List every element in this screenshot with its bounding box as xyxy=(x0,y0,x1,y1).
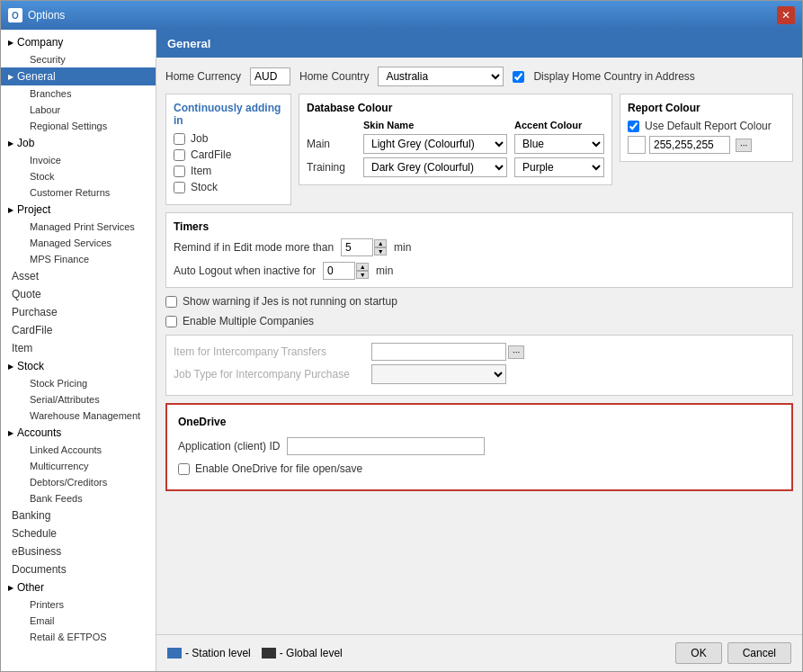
sidebar-item-bank-feeds[interactable]: Bank Feeds xyxy=(1,490,156,506)
warning-row: Show warning if Jes is not running on st… xyxy=(165,295,793,308)
main-accent-select[interactable]: Blue Purple Green xyxy=(514,134,604,154)
sidebar-item-managed-print[interactable]: Managed Print Services xyxy=(1,219,156,235)
sidebar-item-customer-returns[interactable]: Customer Returns xyxy=(1,184,156,201)
home-country-select[interactable]: Australia xyxy=(378,67,504,86)
cardfile-checkbox[interactable] xyxy=(174,149,185,161)
sidebar-item-managed-services[interactable]: Managed Services xyxy=(1,235,156,251)
intercompany-item-row: Item for Intercompany Transfers ··· xyxy=(174,343,785,361)
sidebar-item-labour[interactable]: Labour xyxy=(1,102,156,118)
sidebar-item-warehouse[interactable]: Warehouse Management xyxy=(1,408,156,424)
enable-onedrive-checkbox[interactable] xyxy=(178,463,190,475)
display-home-country-checkbox[interactable] xyxy=(513,71,524,83)
colour-preview xyxy=(628,136,646,154)
job-checkbox[interactable] xyxy=(174,133,185,145)
enable-companies-checkbox[interactable] xyxy=(165,316,177,327)
sidebar-item-purchase[interactable]: Purchase xyxy=(1,303,156,321)
ok-button[interactable]: OK xyxy=(675,642,721,664)
panel-header: General xyxy=(156,30,802,58)
sidebar-item-debtors[interactable]: Debtors/Creditors xyxy=(1,474,156,490)
use-default-colour-checkbox[interactable] xyxy=(628,121,639,132)
intercompany-item-input[interactable] xyxy=(371,343,506,361)
enable-onedrive-label: Enable OneDrive for file open/save xyxy=(195,462,362,475)
timers-title: Timers xyxy=(174,220,785,233)
stock-checkbox[interactable] xyxy=(174,182,185,193)
sidebar-item-stock-pricing[interactable]: Stock Pricing xyxy=(1,375,156,391)
sidebar-item-serial-attrs[interactable]: Serial/Attributes xyxy=(1,391,156,408)
project-label: Project xyxy=(17,203,50,216)
company-triangle: ▶ xyxy=(8,39,13,47)
accent-colour-header: Accent Colour xyxy=(514,120,604,130)
job-checkbox-row: Job xyxy=(174,132,283,145)
sidebar-item-ebusiness[interactable]: eBusiness xyxy=(1,542,156,560)
main-content: ▶ Company Security ▶ General Branches La… xyxy=(1,30,802,671)
home-country-label: Home Country xyxy=(299,70,369,83)
cardfile-checkbox-row: CardFile xyxy=(174,148,283,161)
use-default-colour-row: Use Default Report Colour xyxy=(628,120,785,132)
auto-logout-up-button[interactable]: ▲ xyxy=(356,263,369,271)
sidebar-item-mps-finance[interactable]: MPS Finance xyxy=(1,251,156,267)
intercompany-job-select[interactable] xyxy=(371,364,506,384)
sidebar-item-accounts[interactable]: ▶ Accounts xyxy=(1,424,156,442)
colour-picker-button[interactable]: ··· xyxy=(736,139,752,152)
sidebar-item-company[interactable]: ▶ Company xyxy=(1,33,156,51)
sidebar-item-documents[interactable]: Documents xyxy=(1,560,156,578)
training-label: Training xyxy=(307,161,356,174)
sidebar-item-banking[interactable]: Banking xyxy=(1,506,156,524)
sidebar-item-schedule[interactable]: Schedule xyxy=(1,524,156,542)
warning-checkbox[interactable] xyxy=(165,296,177,308)
stock-checkbox-row: Stock xyxy=(174,181,283,193)
remind-down-button[interactable]: ▼ xyxy=(374,247,387,255)
sidebar-item-quote[interactable]: Quote xyxy=(1,285,156,303)
sidebar-item-email[interactable]: Email xyxy=(1,613,156,629)
sidebar-item-security[interactable]: Security xyxy=(1,51,156,67)
sidebar-item-branches[interactable]: Branches xyxy=(1,85,156,102)
sidebar-item-stock-job[interactable]: Stock xyxy=(1,168,156,184)
report-colour-box: Report Colour Use Default Report Colour … xyxy=(620,94,793,162)
sidebar-item-regional[interactable]: Regional Settings xyxy=(1,118,156,134)
use-default-colour-label: Use Default Report Colour xyxy=(645,120,772,132)
station-level-icon xyxy=(167,648,182,659)
database-colour-box: Database Colour Skin Name Accent Colour … xyxy=(299,94,612,185)
item-checkbox[interactable] xyxy=(174,166,185,177)
app-icon: O xyxy=(8,8,22,22)
intercompany-job-row: Job Type for Intercompany Purchase xyxy=(174,364,785,384)
sidebar-item-cardfile[interactable]: CardFile xyxy=(1,321,156,339)
remind-up-button[interactable]: ▲ xyxy=(374,239,387,247)
intercompany-item-label: Item for Intercompany Transfers xyxy=(174,345,371,358)
sidebar: ▶ Company Security ▶ General Branches La… xyxy=(1,30,156,671)
sidebar-item-invoice[interactable]: Invoice xyxy=(1,152,156,168)
title-bar: O Options ✕ xyxy=(1,1,802,30)
sidebar-item-other[interactable]: ▶ Other xyxy=(1,578,156,596)
close-button[interactable]: ✕ xyxy=(777,6,795,24)
cancel-button[interactable]: Cancel xyxy=(727,642,791,664)
footer-buttons: OK Cancel xyxy=(675,642,791,664)
home-currency-input[interactable] xyxy=(250,67,290,85)
colour-value-input[interactable] xyxy=(649,136,730,154)
accounts-label: Accounts xyxy=(17,426,61,439)
enable-companies-row: Enable Multiple Companies xyxy=(165,315,793,327)
auto-logout-down-button[interactable]: ▼ xyxy=(356,271,369,279)
report-colour-title: Report Colour xyxy=(628,102,785,114)
sidebar-item-linked-accounts[interactable]: Linked Accounts xyxy=(1,442,156,458)
title-bar-left: O Options xyxy=(8,8,65,22)
main-skin-select[interactable]: Light Grey (Colourful) Dark Grey (Colour… xyxy=(363,134,507,154)
sidebar-item-project[interactable]: ▶ Project xyxy=(1,201,156,219)
database-colour-title: Database Colour xyxy=(307,102,604,114)
training-accent-select[interactable]: Purple Blue Green xyxy=(514,157,604,177)
sidebar-item-job[interactable]: ▶ Job xyxy=(1,134,156,152)
onedrive-title: OneDrive xyxy=(178,416,781,428)
sidebar-item-item[interactable]: Item xyxy=(1,339,156,357)
app-id-input[interactable] xyxy=(287,437,485,455)
sidebar-item-asset[interactable]: Asset xyxy=(1,267,156,285)
panel-body: Home Currency Home Country Australia Dis… xyxy=(156,58,802,634)
sidebar-item-retail[interactable]: Retail & EFTPOS xyxy=(1,629,156,645)
sidebar-item-stock[interactable]: ▶ Stock xyxy=(1,357,156,375)
auto-logout-input[interactable] xyxy=(323,262,355,280)
remind-input[interactable] xyxy=(341,238,373,256)
training-skin-select[interactable]: Dark Grey (Colourful) Light Grey (Colour… xyxy=(363,157,507,177)
intercompany-item-button[interactable]: ··· xyxy=(508,345,524,359)
warning-label: Show warning if Jes is not running on st… xyxy=(183,295,397,308)
sidebar-item-multicurrency[interactable]: Multicurrency xyxy=(1,458,156,474)
sidebar-item-general[interactable]: ▶ General xyxy=(1,67,156,85)
sidebar-item-printers[interactable]: Printers xyxy=(1,596,156,613)
